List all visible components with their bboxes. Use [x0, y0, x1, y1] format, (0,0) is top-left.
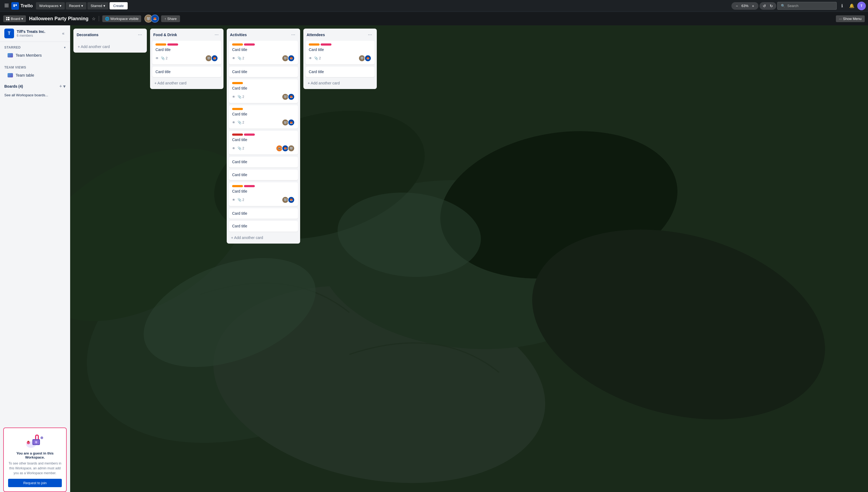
search-input[interactable] — [787, 4, 833, 8]
zoom-in-button[interactable]: + — [750, 3, 756, 9]
app-logo[interactable]: Trello — [2, 2, 35, 10]
share-button[interactable]: ↑ Share — [161, 16, 180, 22]
team-members-icon — [7, 53, 13, 57]
zoom-control: − 63% + — [731, 2, 758, 10]
card[interactable]: Card title 👁📎2🐺🦊 — [152, 41, 221, 65]
eye-icon: 👁 — [232, 121, 235, 124]
card[interactable]: Card title — [229, 208, 298, 219]
card[interactable]: Card title 👁📎2🐺🦊 — [306, 41, 375, 65]
boards-collapse-button[interactable]: ▾ — [63, 84, 66, 89]
card[interactable]: Card title 👁📎2🐺🦊 — [229, 41, 298, 65]
card-title: Card title — [309, 70, 324, 74]
card[interactable]: Card title — [306, 67, 375, 77]
card-title: Card title — [155, 70, 171, 74]
notifications-button[interactable]: 🔔 — [847, 2, 856, 10]
user-avatar[interactable]: T — [857, 2, 866, 10]
card-title: Card title — [232, 112, 247, 116]
card[interactable]: Card title — [229, 157, 298, 168]
card-avatar: 🦊 — [211, 55, 218, 62]
card[interactable]: Card title — [152, 67, 221, 77]
board-title: Halloween Party Planning — [28, 16, 90, 22]
member-avatar-2[interactable]: 🦊 — [151, 15, 159, 23]
card-avatar: 🦊 — [288, 119, 295, 126]
svg-rect-8 — [7, 6, 8, 7]
add-card-button-decorations[interactable]: + Add another card — [74, 42, 146, 51]
sidebar: T Tiff's Treats Inc. 6 members « Starred… — [0, 25, 70, 492]
create-button[interactable]: Create — [110, 2, 128, 9]
card[interactable]: Card title 👁📎2🦝🦊🐺 — [229, 131, 298, 154]
list-title-food_drink: Food & Drink — [153, 33, 177, 37]
card-meta: 👁📎2 — [232, 95, 244, 99]
eye-icon: 👁 — [232, 198, 235, 202]
sidebar-item-team-table[interactable]: Team table — [4, 71, 66, 79]
red-label — [232, 133, 243, 136]
svg-rect-1 — [6, 3, 7, 4]
card-attachment-item: 📎2 — [238, 146, 244, 150]
svg-rect-7 — [6, 6, 7, 7]
card-watch-item: 👁 — [232, 95, 235, 99]
list-menu-button-attendees[interactable]: ··· — [366, 31, 373, 38]
list-attendees: Attendees ··· Card title 👁📎2🐺🦊 Card titl… — [304, 29, 377, 89]
svg-rect-6 — [5, 6, 6, 7]
card-avatars: 🐺🦊 — [283, 93, 295, 100]
starred-menu[interactable]: Starred ▾ — [88, 2, 108, 9]
list-menu-button-food_drink[interactable]: ··· — [213, 31, 220, 38]
show-menu-button[interactable]: ··· Show Menu — [836, 16, 865, 22]
card-attachment-item: 📎2 — [238, 56, 244, 60]
add-card-button-activities[interactable]: + Add another card — [228, 233, 299, 242]
chevron-down-icon: ▾ — [21, 17, 23, 21]
redo-button[interactable]: ↻ — [768, 3, 775, 9]
info-button[interactable]: ℹ — [838, 2, 846, 10]
card[interactable]: Card title — [229, 221, 298, 232]
card-avatars: 🐺🦊 — [206, 55, 218, 62]
add-card-button-food_drink[interactable]: + Add another card — [151, 79, 222, 88]
search-bar[interactable]: 🔍 — [777, 2, 837, 10]
add-board-button[interactable]: + — [59, 84, 62, 89]
svg-rect-13 — [6, 19, 7, 20]
card-title: Card title — [155, 47, 171, 52]
workspace-header: T Tiff's Treats Inc. 6 members « — [0, 25, 70, 42]
chevron-down-icon: ▾ — [81, 4, 83, 8]
attachment-count: 2 — [242, 146, 244, 150]
card-labels — [232, 82, 295, 84]
card-avatars: 🐺🦊 — [283, 119, 295, 126]
pink-label — [244, 133, 255, 136]
team-views-section: Team views Team table — [0, 62, 70, 82]
eye-icon: 👁 — [232, 56, 235, 60]
zoom-out-button[interactable]: − — [733, 3, 740, 9]
svg-point-21 — [27, 441, 29, 442]
card[interactable]: Card title 👁📎2🐺🦊 — [229, 79, 298, 103]
card[interactable]: Card title — [229, 67, 298, 77]
star-button[interactable]: ☆ — [92, 16, 96, 21]
workspace-visibility-button[interactable]: 🌐 Workspace visible — [102, 16, 141, 22]
list-menu-button-decorations[interactable]: ··· — [136, 31, 144, 38]
add-card-button-attendees[interactable]: + Add another card — [305, 79, 376, 88]
card[interactable]: Card title 👁📎2🐺🦊 — [229, 105, 298, 129]
card-footer: 👁📎2🐺🦊 — [232, 196, 295, 203]
svg-rect-4 — [6, 5, 7, 6]
card-attachment-item: 📎2 — [238, 121, 244, 124]
undo-button[interactable]: ↺ — [761, 3, 768, 9]
board-content: Decorations ··· + Add another card Food … — [70, 25, 868, 492]
card-meta: 👁📎2 — [309, 56, 321, 60]
card-footer: 👁📎2🐺🦊 — [309, 55, 371, 62]
card-labels — [232, 133, 295, 136]
recent-menu[interactable]: Recent ▾ — [66, 2, 87, 9]
card-watch-item: 👁 — [232, 56, 235, 60]
request-join-button[interactable]: Request to join — [8, 479, 62, 487]
svg-rect-5 — [7, 5, 8, 6]
list-menu-button-activities[interactable]: ··· — [290, 31, 297, 38]
workspaces-menu[interactable]: Workspaces ▾ — [36, 2, 65, 9]
card[interactable]: Card title — [229, 170, 298, 180]
card-footer: 👁📎2🐺🦊 — [155, 55, 218, 62]
card-title: Card title — [232, 211, 247, 216]
sidebar-collapse-button[interactable]: « — [61, 30, 66, 37]
app-name: Trello — [21, 3, 33, 9]
grid-icon — [4, 3, 10, 9]
guest-notice-text: To see other boards and members in this … — [8, 461, 62, 475]
card[interactable]: Card title 👁📎2🐺🦊 — [229, 182, 298, 206]
see-all-boards-link[interactable]: See all Workspace boards... — [0, 91, 70, 99]
sidebar-item-team-members[interactable]: Team Members — [4, 51, 66, 59]
board-view-button[interactable]: Board ▾ — [3, 16, 26, 22]
undo-redo-controls: ↺ ↻ — [760, 2, 776, 10]
